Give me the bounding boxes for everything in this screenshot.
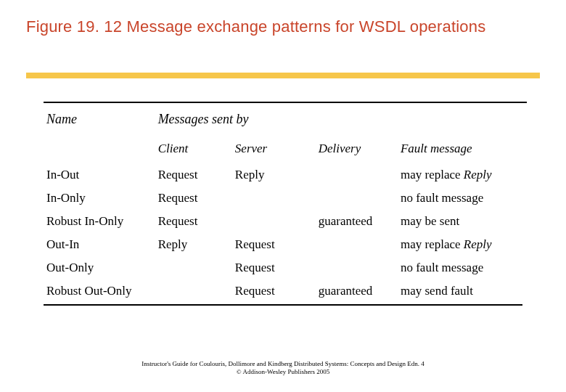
cell-client [155, 256, 232, 279]
table-rule-bottom [44, 304, 522, 306]
cell-server: Reply [232, 163, 316, 187]
cell-fault: may replace Reply [398, 163, 522, 187]
cell-fault: may send fault [398, 279, 522, 303]
cell-fault: may be sent [398, 210, 522, 233]
fault-italic: Reply [464, 168, 492, 181]
fault-text: no fault message [401, 261, 483, 274]
cell-client: Reply [155, 233, 232, 256]
slide: Figure 19. 12 Message exchange patterns … [0, 0, 566, 392]
footer-line-1: Instructor's Guide for Coulouris, Dollim… [0, 360, 566, 368]
col-header-blank [44, 137, 155, 163]
cell-client: Request [155, 163, 232, 187]
col-header-delivery: Delivery [316, 137, 398, 163]
table-header-row-2: Client Server Delivery Fault message [44, 137, 522, 163]
fault-text: may send fault [401, 284, 473, 298]
table-rule-top-extra [491, 102, 527, 103]
cell-name: Out-In [44, 233, 155, 256]
table-header-row-1: Name Messages sent by [44, 107, 522, 137]
cell-name: Robust In-Only [44, 210, 155, 233]
cell-server [232, 187, 316, 210]
cell-fault: no fault message [398, 187, 522, 210]
cell-server: Request [232, 256, 316, 279]
cell-client: Request [155, 210, 232, 233]
cell-delivery: guaranteed [316, 210, 398, 233]
fault-italic: Reply [464, 237, 492, 251]
cell-delivery: guaranteed [316, 279, 398, 303]
cell-client: Request [155, 187, 232, 210]
table-row: In-Out Request Reply may replace Reply [44, 163, 522, 187]
cell-name: In-Only [44, 187, 155, 210]
col-header-client: Client [155, 137, 232, 163]
cell-server: Request [232, 233, 316, 256]
cell-server: Request [232, 279, 316, 303]
cell-fault: may replace Reply [398, 233, 522, 256]
table-row: Robust In-Only Request guaranteed may be… [44, 210, 522, 233]
fault-text: no fault message [401, 191, 483, 205]
mep-table-wrap: Name Messages sent by Client Server Deli… [44, 102, 522, 306]
cell-name: Out-Only [44, 256, 155, 279]
slide-footer: Instructor's Guide for Coulouris, Dollim… [0, 360, 566, 377]
cell-delivery [316, 187, 398, 210]
fault-text: may replace [401, 237, 464, 251]
cell-delivery [316, 163, 398, 187]
col-header-server: Server [232, 137, 316, 163]
table-row: Out-In Reply Request may replace Reply [44, 233, 522, 256]
cell-name: In-Out [44, 163, 155, 187]
cell-client [155, 279, 232, 303]
cell-server [232, 210, 316, 233]
cell-delivery [316, 256, 398, 279]
cell-fault: no fault message [398, 256, 522, 279]
title-underline [26, 73, 540, 78]
fault-text: may be sent [401, 214, 459, 228]
table-row: Out-Only Request no fault message [44, 256, 522, 279]
fault-text: may replace [401, 168, 464, 181]
table-row: Robust Out-Only Request guaranteed may s… [44, 279, 522, 303]
footer-line-2: © Addison-Wesley Publishers 2005 [0, 368, 566, 376]
figure-title: Figure 19. 12 Message exchange patterns … [26, 17, 485, 36]
col-header-messages: Messages sent by [155, 107, 522, 137]
col-header-name: Name [44, 107, 155, 137]
table-rule-top [44, 102, 522, 103]
cell-name: Robust Out-Only [44, 279, 155, 303]
table-row: In-Only Request no fault message [44, 187, 522, 210]
col-header-fault: Fault message [398, 137, 522, 163]
cell-delivery [316, 233, 398, 256]
mep-table: Name Messages sent by Client Server Deli… [44, 107, 522, 303]
